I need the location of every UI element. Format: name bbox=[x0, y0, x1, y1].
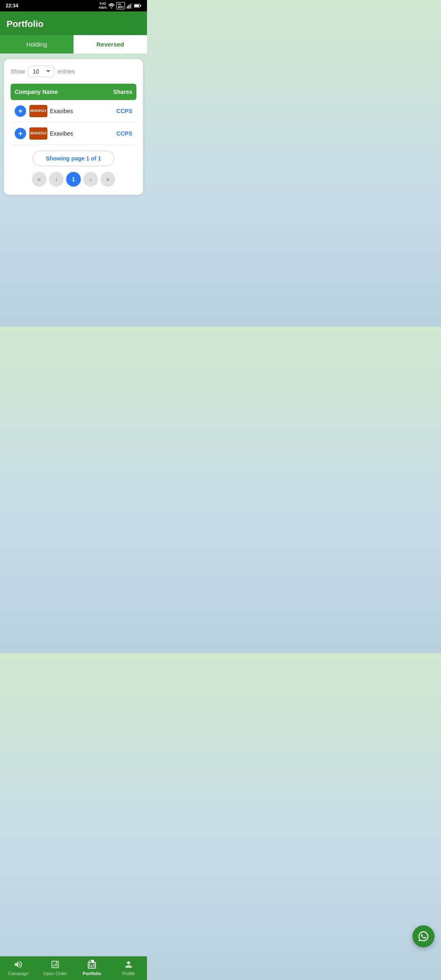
tab-bar: Holding Reversed bbox=[0, 35, 147, 53]
header: Portfolio bbox=[0, 11, 147, 35]
status-bar: 22:34 0.62KB/S VoWiFi bbox=[0, 0, 147, 11]
shares-value-2: CCPS bbox=[108, 130, 132, 137]
pagination-page-1[interactable]: 1 bbox=[66, 172, 81, 187]
company-logo-1: BODEGA bbox=[29, 105, 47, 117]
expand-button-2[interactable]: + bbox=[15, 128, 26, 139]
page-title: Portfolio bbox=[7, 19, 43, 29]
table-row: + BODEGA Exavibes CCPS bbox=[11, 122, 136, 145]
battery-icon bbox=[134, 3, 141, 8]
signal-icon bbox=[127, 3, 132, 9]
showing-page: Showing page 1 of 1 bbox=[33, 151, 114, 166]
svg-rect-1 bbox=[127, 6, 128, 9]
pagination-next[interactable]: › bbox=[83, 172, 98, 187]
portfolio-card: Show 10 25 50 100 entries Company Name S… bbox=[4, 59, 143, 195]
wifi-icon bbox=[108, 3, 115, 9]
main-content: Show 10 25 50 100 entries Company Name S… bbox=[0, 53, 147, 327]
svg-rect-7 bbox=[140, 5, 141, 7]
status-icons: 0.62KB/S VoWiFi bbox=[99, 2, 141, 9]
expand-button-1[interactable]: + bbox=[15, 105, 26, 117]
tab-holding[interactable]: Holding bbox=[0, 35, 74, 53]
company-name-2: Exavibes bbox=[50, 130, 108, 137]
tab-reversed[interactable]: Reversed bbox=[74, 35, 147, 53]
company-name-1: Exavibes bbox=[50, 108, 108, 114]
show-label: Show bbox=[11, 68, 25, 75]
show-entries-row: Show 10 25 50 100 entries bbox=[11, 66, 136, 77]
vowifi-icon: VoWiFi bbox=[116, 2, 125, 9]
company-logo-2: BODEGA bbox=[29, 127, 47, 140]
table-row: + BODEGA Exavibes CCPS bbox=[11, 100, 136, 122]
svg-rect-2 bbox=[128, 5, 129, 9]
entries-select[interactable]: 10 25 50 100 bbox=[28, 66, 54, 77]
pagination-first[interactable]: « bbox=[32, 172, 47, 187]
status-time: 22:34 bbox=[6, 3, 18, 9]
table-header: Company Name Shares bbox=[11, 84, 136, 100]
speed-indicator: 0.62KB/S bbox=[99, 2, 107, 9]
svg-rect-6 bbox=[134, 4, 139, 7]
col-company-name: Company Name bbox=[15, 89, 85, 95]
pagination-last[interactable]: » bbox=[100, 172, 115, 187]
pagination: « ‹ 1 › » bbox=[11, 172, 136, 187]
shares-value-1: CCPS bbox=[108, 108, 132, 114]
col-shares: Shares bbox=[85, 89, 132, 95]
svg-point-0 bbox=[111, 7, 112, 9]
pagination-prev[interactable]: ‹ bbox=[49, 172, 64, 187]
svg-rect-4 bbox=[131, 3, 132, 9]
entries-label: entries bbox=[58, 68, 75, 75]
svg-rect-3 bbox=[130, 4, 131, 9]
